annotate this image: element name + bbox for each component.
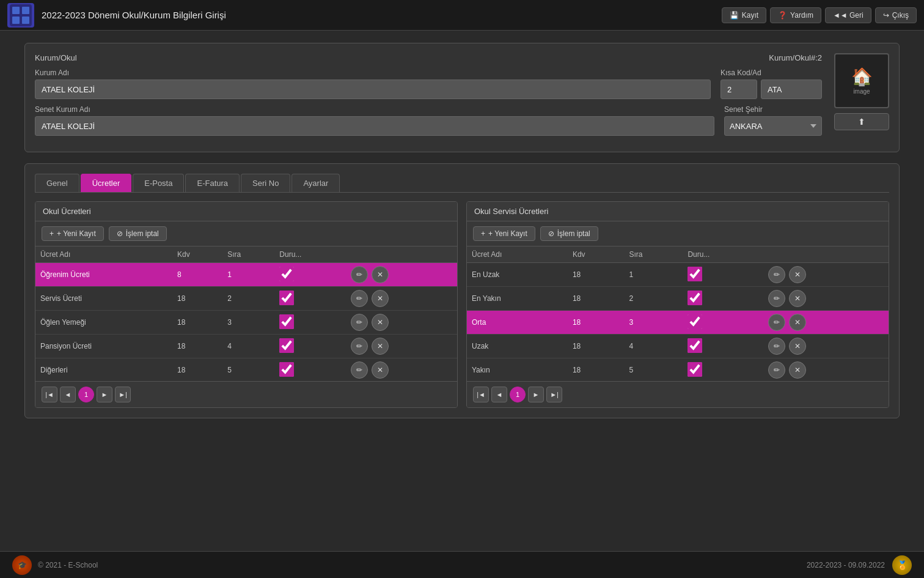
delete-button[interactable]: ✕ xyxy=(372,266,389,283)
edit-button[interactable]: ✏ xyxy=(768,290,785,307)
duru-checkbox[interactable] xyxy=(279,338,294,353)
image-house-icon: 🏠 xyxy=(851,67,873,87)
edit-button[interactable]: ✏ xyxy=(768,266,785,283)
edit-button[interactable]: ✏ xyxy=(351,361,368,379)
table-row[interactable]: Pansiyon Ücreti 18 4 ✏ ✕ xyxy=(35,335,457,358)
upload-image-button[interactable]: ⬆ xyxy=(834,113,889,130)
tab-bar: Genel Ücretler E-Posta E-Fatura Seri No … xyxy=(35,174,889,193)
duru-checkbox[interactable] xyxy=(688,338,702,353)
kurum-info-panel: Kurum/Okul Kurum/Okul#:2 Kurum Adı Kısa … xyxy=(24,43,900,152)
duru-checkbox[interactable] xyxy=(688,291,702,305)
edit-button[interactable]: ✏ xyxy=(351,290,368,307)
table-row[interactable]: Orta 18 3 ✏ ✕ xyxy=(467,311,889,335)
page-1-current[interactable]: 1 xyxy=(78,387,94,402)
delete-button[interactable]: ✕ xyxy=(372,290,389,307)
kisa-kod-input[interactable] xyxy=(721,80,757,99)
senet-sehir-select[interactable]: ANKARA İSTANBUL İZMİR xyxy=(724,116,822,136)
delete-button[interactable]: ✕ xyxy=(789,266,806,283)
cell-duru xyxy=(683,287,763,311)
help-icon: ❓ xyxy=(778,11,787,20)
back-button[interactable]: ◄◄ Geri xyxy=(825,7,871,23)
kisa-kod-group: Kısa Kod/Ad xyxy=(721,69,822,99)
cell-duru xyxy=(274,311,345,335)
page-first-2[interactable]: |◄ xyxy=(473,387,489,402)
delete-button[interactable]: ✕ xyxy=(789,338,806,355)
school-image: 🏠 image xyxy=(834,53,889,108)
delete-button[interactable]: ✕ xyxy=(789,290,806,307)
save-button[interactable]: 💾 Kayıt xyxy=(722,7,766,23)
tab-ayarlar[interactable]: Ayarlar xyxy=(292,174,340,192)
senet-sehir-group: Senet Şehir ANKARA İSTANBUL İZMİR xyxy=(724,105,822,136)
page-first-1[interactable]: |◄ xyxy=(42,387,57,402)
duru-checkbox[interactable] xyxy=(688,267,702,281)
exit-button[interactable]: ↪ Çıkış xyxy=(875,7,917,23)
cell-kdv: 18 xyxy=(172,335,222,358)
page-next-1[interactable]: ► xyxy=(97,387,112,402)
cell-kdv: 18 xyxy=(568,287,625,311)
servis-new-kayit-button[interactable]: + + Yeni Kayıt xyxy=(473,226,535,241)
okul-ucretleri-toolbar: + + Yeni Kayıt ⊘ İşlem iptal xyxy=(35,221,457,246)
table-row[interactable]: Uzak 18 4 ✏ ✕ xyxy=(467,335,889,358)
servis-islem-iptal-button[interactable]: ⊘ İşlem iptal xyxy=(540,226,598,241)
delete-button[interactable]: ✕ xyxy=(372,314,389,331)
duru-checkbox[interactable] xyxy=(279,362,294,377)
edit-button[interactable]: ✏ xyxy=(768,361,785,379)
svg-rect-2 xyxy=(22,7,29,14)
table-row[interactable]: Yakın 18 5 ✏ ✕ xyxy=(467,358,889,382)
page-next-2[interactable]: ► xyxy=(528,387,544,402)
kisa-ad-input[interactable] xyxy=(761,80,822,99)
page-last-2[interactable]: ►| xyxy=(546,387,562,402)
page-2-current[interactable]: 1 xyxy=(510,387,526,402)
kurum-adi-input[interactable] xyxy=(35,80,711,99)
help-button[interactable]: ❓ Yardım xyxy=(770,7,821,23)
duru-checkbox[interactable] xyxy=(688,362,702,377)
tab-serino[interactable]: Seri No xyxy=(241,174,290,192)
table-row[interactable]: Diğerleri 18 5 ✏ ✕ xyxy=(35,358,457,382)
duru-checkbox[interactable] xyxy=(279,291,294,305)
servis-ucretleri-table: Ücret Adı Kdv Sıra Duru... En Uzak 18 1 … xyxy=(467,246,889,381)
kisa-kod-label: Kısa Kod/Ad xyxy=(721,69,822,77)
senet-kurum-adi-input[interactable] xyxy=(35,116,714,136)
table-row[interactable]: Öğlen Yemeği 18 3 ✏ ✕ xyxy=(35,311,457,335)
image-label: image xyxy=(853,88,870,95)
duru-checkbox[interactable] xyxy=(279,267,294,281)
delete-button[interactable]: ✕ xyxy=(372,361,389,379)
delete-button[interactable]: ✕ xyxy=(789,314,806,331)
servis-ucretleri-table-scroll: Ücret Adı Kdv Sıra Duru... En Uzak 18 1 … xyxy=(467,246,889,381)
edit-button[interactable]: ✏ xyxy=(351,266,368,283)
edit-button[interactable]: ✏ xyxy=(351,338,368,355)
cell-duru xyxy=(274,287,345,311)
cell-name: Öğrenim Ücreti xyxy=(35,263,172,287)
cell-actions: ✏ ✕ xyxy=(763,358,889,382)
plus-icon-2: + xyxy=(481,229,485,238)
tab-genel[interactable]: Genel xyxy=(35,174,79,192)
okul-ucretleri-header: Okul Ücretleri xyxy=(35,202,457,221)
table-row[interactable]: Öğrenim Ücreti 8 1 ✏ ✕ xyxy=(35,263,457,287)
page-last-1[interactable]: ►| xyxy=(115,387,131,402)
image-section: 🏠 image ⬆ xyxy=(834,53,889,130)
table-row[interactable]: En Yakın 18 2 ✏ ✕ xyxy=(467,287,889,311)
duru-checkbox[interactable] xyxy=(688,314,702,329)
table-row[interactable]: En Uzak 18 1 ✏ ✕ xyxy=(467,263,889,287)
tab-ucretler[interactable]: Ücretler xyxy=(81,174,132,192)
delete-button[interactable]: ✕ xyxy=(372,338,389,355)
cell-duru xyxy=(683,311,763,335)
table-row[interactable]: Servis Ücreti 18 2 ✏ ✕ xyxy=(35,287,457,311)
cell-name: Öğlen Yemeği xyxy=(35,311,172,335)
duru-checkbox[interactable] xyxy=(279,314,294,329)
edit-button[interactable]: ✏ xyxy=(768,314,785,331)
tab-eposta[interactable]: E-Posta xyxy=(133,174,184,192)
col-kdv-2: Kdv xyxy=(568,246,625,263)
tab-efatura[interactable]: E-Fatura xyxy=(185,174,240,192)
okul-new-kayit-button[interactable]: + + Yeni Kayıt xyxy=(42,226,104,241)
edit-button[interactable]: ✏ xyxy=(768,338,785,355)
edit-button[interactable]: ✏ xyxy=(351,314,368,331)
page-prev-1[interactable]: ◄ xyxy=(60,387,76,402)
cell-kdv: 18 xyxy=(172,287,222,311)
delete-button[interactable]: ✕ xyxy=(789,361,806,379)
cell-actions: ✏ ✕ xyxy=(763,287,889,311)
footer-date: 2022-2023 - 09.09.2022 xyxy=(807,561,885,569)
okul-islem-iptal-button[interactable]: ⊘ İşlem iptal xyxy=(109,226,167,241)
page-prev-2[interactable]: ◄ xyxy=(491,387,507,402)
kisa-kod-inputs xyxy=(721,80,822,99)
